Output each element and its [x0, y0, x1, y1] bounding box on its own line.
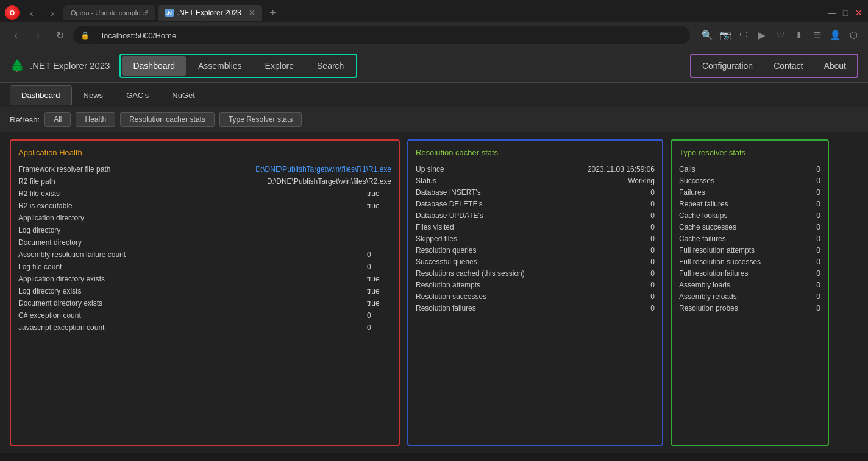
tab-inactive[interactable]: Opera - Update complete! [63, 5, 155, 20]
log-dir-label: Log directory [18, 226, 367, 234]
resolution-successes-value: 0 [642, 292, 655, 301]
play-icon[interactable]: ▶ [755, 28, 769, 43]
refresh-type-resolver-button[interactable]: Type Resolver stats [219, 112, 302, 127]
row-r2-path: R2 file path D:\DNE\PublishTarget\win\fi… [18, 175, 391, 188]
successes-label: Successes [679, 177, 808, 185]
row-doc-dir: Document directory [18, 236, 391, 248]
sub-tab-bar: Dashboard News GAC's NuGet [0, 83, 868, 107]
profile-icon[interactable]: 👤 [828, 28, 842, 43]
calls-label: Calls [679, 165, 808, 174]
nav-forward-btn[interactable]: › [44, 5, 61, 22]
framework-path-label: Framework resolver file path [18, 165, 255, 174]
row-assembly-fail: Assembly resolution failure count 0 [18, 248, 391, 261]
db-updates-value: 0 [642, 211, 655, 220]
row-assembly-reloads: Assembly reloads 0 [679, 290, 820, 302]
framework-path-value[interactable]: D:\DNE\PublishTarget\win\files\R1\R1.exe [255, 165, 391, 174]
tab-close-icon[interactable]: ✕ [249, 9, 255, 17]
nav-contact[interactable]: Contact [764, 56, 813, 76]
row-app-dir-exists: Application directory exists true [18, 273, 391, 285]
shield-icon[interactable]: 🛡 [736, 28, 751, 43]
successful-queries-value: 0 [642, 258, 655, 266]
skipped-files-value: 0 [642, 234, 655, 243]
resolution-probes-value: 0 [808, 304, 820, 312]
settings-icon[interactable]: ☰ [809, 28, 824, 43]
full-resolution-successes-value: 0 [808, 258, 820, 266]
full-resolution-attempts-value: 0 [808, 246, 820, 255]
r2-exists-label: R2 file exists [18, 189, 367, 198]
app-dir-exists-label: Application directory exists [18, 275, 367, 283]
row-resolution-failures: Resolution failures 0 [416, 302, 655, 314]
db-inserts-value: 0 [642, 188, 655, 197]
tab-gacs[interactable]: GAC's [115, 85, 160, 105]
db-deletes-label: Database DELETE's [416, 200, 642, 208]
cache-successes-value: 0 [808, 223, 820, 231]
url-input[interactable] [93, 28, 683, 43]
resolution-failures-value: 0 [642, 304, 655, 312]
nav-configuration[interactable]: Configuration [692, 56, 763, 76]
row-db-updates: Database UPDATE's 0 [416, 209, 655, 221]
app-health-panel: Application Health Framework resolver fi… [10, 139, 400, 446]
tab-dashboard[interactable]: Dashboard [10, 85, 72, 105]
row-resolutions-cached: Resolutions cached (this session) 0 [416, 267, 655, 279]
log-count-value: 0 [367, 262, 391, 271]
new-tab-button[interactable]: + [265, 4, 282, 21]
r2-path-label: R2 file path [18, 177, 267, 186]
calls-value: 0 [808, 165, 820, 174]
refresh-resolution-cacher-button[interactable]: Resolution cacher stats [120, 112, 215, 127]
status-label: Status [416, 177, 557, 185]
assembly-fail-label: Assembly resolution failure count [18, 250, 367, 259]
app-dir-exists-value: true [367, 275, 391, 283]
files-visited-value: 0 [642, 223, 655, 231]
row-up-since: Up since 2023.11.03 16:59:06 [416, 163, 655, 175]
tab-active[interactable]: .N .NET Explorer 2023 ✕ [158, 5, 262, 21]
row-calls: Calls 0 [679, 163, 820, 175]
nav-explore[interactable]: Explore [254, 56, 305, 76]
row-log-count: Log file count 0 [18, 261, 391, 273]
successes-value: 0 [808, 177, 820, 185]
minimize-button[interactable]: — [828, 9, 836, 17]
r2-executable-label: R2 is executable [18, 202, 367, 210]
row-resolution-probes: Resolution probes 0 [679, 302, 820, 314]
refresh-health-button[interactable]: Health [76, 112, 115, 127]
row-full-resolution-attempts: Full resolution attempts 0 [679, 244, 820, 256]
refresh-all-button[interactable]: All [44, 112, 71, 127]
camera-icon[interactable]: 📷 [718, 28, 733, 43]
tab-title: .NET Explorer 2023 [177, 9, 241, 17]
nav-back-btn[interactable]: ‹ [23, 5, 40, 22]
assembly-reloads-value: 0 [808, 292, 820, 301]
row-status: Status Working [416, 175, 655, 186]
forward-button[interactable]: › [29, 27, 46, 44]
tab-favicon: .N [165, 9, 174, 17]
nav-search[interactable]: Search [306, 56, 355, 76]
resolution-queries-value: 0 [642, 246, 655, 255]
opera-logo[interactable]: O [5, 5, 20, 20]
doc-dir-exists-value: true [367, 299, 391, 308]
extensions-icon[interactable]: ⬡ [846, 28, 861, 43]
up-since-value: 2023.11.03 16:59:06 [557, 165, 655, 174]
tree-icon: 🌲 [10, 58, 25, 73]
row-log-dir-exists: Log directory exists true [18, 285, 391, 297]
js-exception-value: 0 [367, 323, 391, 332]
tab-nuget[interactable]: NuGet [160, 85, 207, 105]
secure-icon: 🔒 [80, 31, 90, 40]
r2-path-value: D:\DNE\PublishTarget\win\files\R2.exe [267, 177, 391, 186]
nav-dashboard[interactable]: Dashboard [122, 56, 186, 76]
search-icon[interactable]: 🔍 [700, 28, 714, 43]
row-csharp-exception: C# exception count 0 [18, 309, 391, 322]
close-button[interactable]: ✕ [855, 9, 863, 17]
nav-assemblies[interactable]: Assemblies [187, 56, 253, 76]
row-successful-queries: Successful queries 0 [416, 256, 655, 267]
restore-button[interactable]: □ [841, 9, 850, 17]
tab-news[interactable]: News [72, 85, 115, 105]
download-icon[interactable]: ⬇ [791, 28, 806, 43]
row-resolution-attempts: Resolution attempts 0 [416, 279, 655, 290]
back-button[interactable]: ‹ [7, 27, 24, 44]
cache-successes-label: Cache successes [679, 223, 808, 231]
heart-icon[interactable]: ♡ [773, 28, 788, 43]
cache-failures-label: Cache failures [679, 234, 808, 243]
log-dir-exists-value: true [367, 287, 391, 295]
nav-about[interactable]: About [814, 56, 856, 76]
row-resolution-successes: Resolution successes 0 [416, 290, 655, 302]
reload-button[interactable]: ↻ [51, 27, 68, 44]
row-log-dir: Log directory [18, 224, 391, 236]
